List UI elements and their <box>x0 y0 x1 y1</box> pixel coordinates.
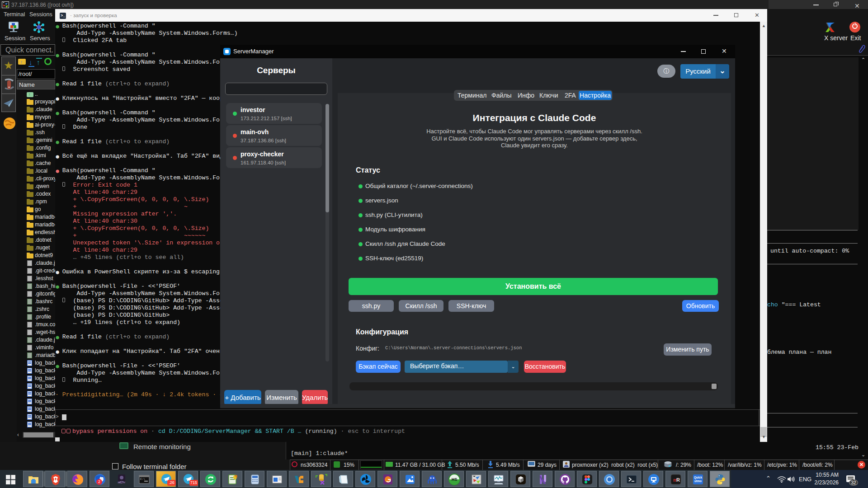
svg-text:C:\: C:\ <box>140 478 145 481</box>
svg-text:R: R <box>676 477 680 483</box>
svg-text:utmo: utmo <box>694 479 702 483</box>
svg-text:Quick: Quick <box>694 476 702 479</box>
svg-text:FRUTY: FRUTY <box>118 481 126 484</box>
svg-text:HS: HS <box>452 477 458 482</box>
